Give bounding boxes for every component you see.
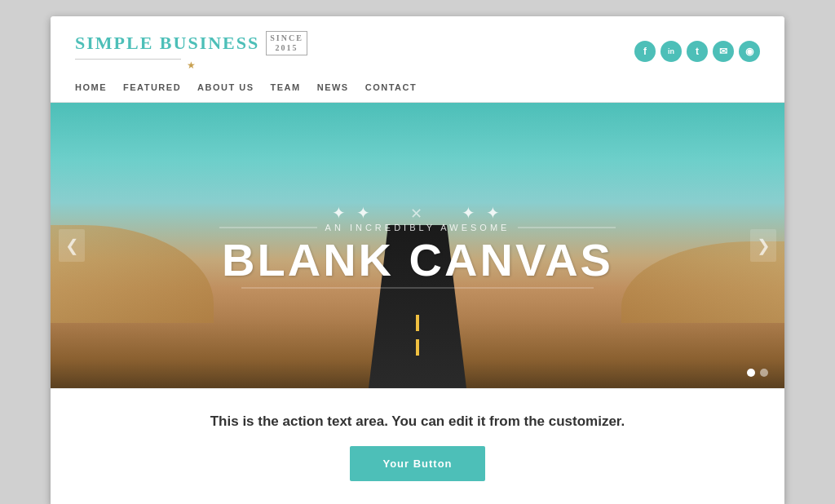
logo-divider [75, 59, 181, 60]
email-icon[interactable]: ✉ [713, 41, 734, 62]
rss-icon[interactable]: ◉ [739, 41, 760, 62]
slider-prev-button[interactable]: ❮ [59, 229, 85, 262]
site-header: SIMPLE BUSINESS SINCE 2015 ★ f in t ✉ ◉ [51, 16, 784, 79]
slider-dot-1[interactable] [747, 369, 755, 377]
browser-window: SIMPLE BUSINESS SINCE 2015 ★ f in t ✉ ◉ … [51, 16, 784, 504]
nav-featured[interactable]: FEATURED [123, 82, 181, 92]
nav-contact[interactable]: CONTACT [365, 82, 417, 92]
logo-title: SIMPLE BUSINESS SINCE 2015 [75, 31, 307, 55]
facebook-icon[interactable]: f [634, 41, 656, 62]
road-line [416, 315, 419, 364]
slider-dots [747, 369, 768, 377]
nav-about[interactable]: ABOUT US [197, 82, 254, 92]
hero-bottom-line [241, 288, 594, 289]
hero-line-left [219, 227, 317, 228]
slider-next-button[interactable]: ❯ [750, 229, 776, 262]
hero-title: BLANK CANVAS [124, 237, 711, 283]
slider-dot-2[interactable] [760, 369, 768, 377]
nav-team[interactable]: TEAM [271, 82, 301, 92]
cta-button[interactable]: Your Button [350, 446, 484, 481]
logo-star: ★ [75, 60, 307, 71]
linkedin-icon[interactable]: in [660, 41, 682, 62]
hero-line-right [518, 227, 616, 228]
nav-news[interactable]: NEWS [317, 82, 349, 92]
logo-text: SIMPLE BUSINESS [75, 33, 259, 54]
hero-content: ✦ ✦ ✕ ✦ ✦ AN INCREDIBLY AWESOME BLANK CA… [124, 203, 711, 289]
nav-home[interactable]: HOME [75, 82, 107, 92]
social-icons: f in t ✉ ◉ [634, 41, 760, 62]
twitter-icon[interactable]: t [687, 41, 708, 62]
cta-text: This is the action text area. You can ed… [67, 413, 768, 430]
cta-section: This is the action text area. You can ed… [51, 388, 784, 504]
site-nav: HOME FEATURED ABOUT US TEAM NEWS CONTACT [51, 79, 784, 103]
decoration-stars: ✦ ✦ ✕ ✦ ✦ [124, 203, 711, 223]
hero-subtitle: AN INCREDIBLY AWESOME [124, 223, 711, 232]
logo-since: SINCE 2015 [266, 31, 307, 55]
logo-area: SIMPLE BUSINESS SINCE 2015 ★ [75, 31, 307, 71]
decoration-arrows: ✕ [410, 206, 426, 222]
hero-slider: ✦ ✦ ✕ ✦ ✦ AN INCREDIBLY AWESOME BLANK CA… [51, 103, 784, 388]
